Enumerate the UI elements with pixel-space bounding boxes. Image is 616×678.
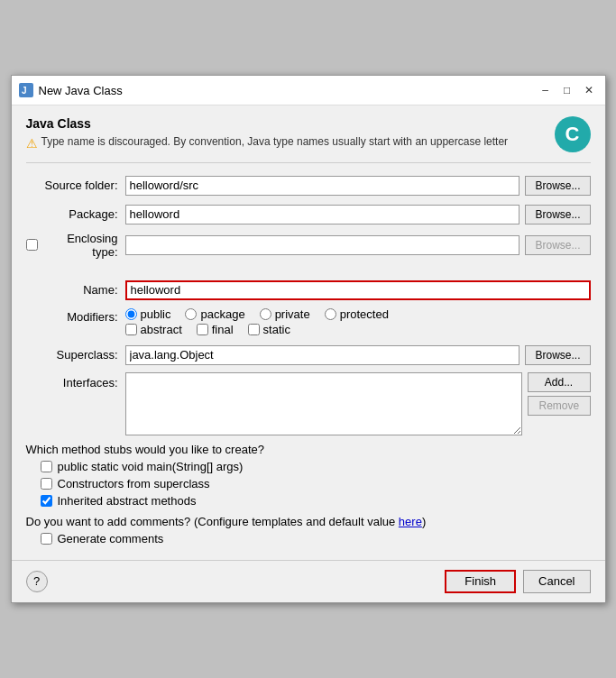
method-stub-constructors-checkbox[interactable]: [41, 478, 52, 490]
enclosing-type-label: Enclosing type:: [26, 232, 125, 259]
method-stub-constructors-label: Constructors from superclass: [58, 477, 210, 490]
modifiers-line-2: abstract final static: [125, 323, 591, 336]
modifier-static-checkbox[interactable]: [248, 324, 260, 335]
enclosing-type-text: Enclosing type:: [41, 232, 118, 259]
modifier-private-text: private: [275, 307, 310, 321]
superclass-row: Superclass: Browse...: [26, 344, 591, 367]
method-stub-main-label: public static void main(String[] args): [58, 460, 244, 473]
comments-section: Do you want to add comments? (Configure …: [26, 515, 591, 545]
generate-comments-item: Generate comments: [41, 532, 591, 545]
maximize-button[interactable]: □: [558, 81, 576, 99]
method-stub-constructors: Constructors from superclass: [41, 477, 591, 490]
package-row: Package: Browse...: [26, 203, 591, 226]
comments-question: Do you want to add comments? (Configure …: [26, 515, 591, 528]
close-button[interactable]: ✕: [580, 81, 598, 99]
modifier-public-text: public: [141, 307, 171, 321]
comments-question-end: ): [422, 515, 426, 528]
help-button[interactable]: ?: [26, 571, 48, 592]
method-stub-main: public static void main(String[] args): [41, 460, 591, 473]
comments-here-link[interactable]: here: [399, 515, 422, 528]
generate-comments-label: Generate comments: [58, 532, 164, 545]
superclass-browse-button[interactable]: Browse...: [525, 345, 590, 365]
dialog-title: New Java Class: [39, 84, 537, 97]
package-browse-button[interactable]: Browse...: [525, 205, 590, 224]
modifier-private-radio[interactable]: [260, 308, 271, 320]
modifier-protected-label[interactable]: protected: [325, 307, 389, 321]
package-input[interactable]: [125, 205, 520, 224]
superclass-label: Superclass:: [26, 348, 125, 362]
modifiers-content: public package private protected: [125, 307, 591, 338]
eclipse-logo: C: [555, 116, 591, 152]
modifier-protected-radio[interactable]: [325, 308, 336, 320]
comments-checkbox-section: Generate comments: [41, 532, 591, 545]
superclass-input[interactable]: [125, 345, 520, 365]
svg-text:J: J: [22, 86, 27, 96]
modifiers-line-1: public package private protected: [125, 307, 591, 321]
modifier-static-label[interactable]: static: [248, 323, 290, 336]
name-input[interactable]: [125, 280, 591, 300]
method-stubs-checkboxes: public static void main(String[] args) C…: [41, 460, 591, 508]
header-section: Java Class ⚠ Type name is discouraged. B…: [26, 116, 591, 163]
generate-comments-checkbox[interactable]: [41, 533, 52, 545]
modifier-package-label[interactable]: package: [185, 307, 244, 321]
dialog-icon: J: [19, 83, 33, 97]
interfaces-label: Interfaces:: [26, 372, 125, 389]
modifier-package-text: package: [200, 307, 244, 321]
modifier-abstract-label[interactable]: abstract: [125, 323, 182, 336]
interfaces-add-button[interactable]: Add...: [528, 372, 591, 392]
modifier-protected-text: protected: [340, 307, 389, 321]
modifier-final-label[interactable]: final: [197, 323, 234, 336]
action-buttons: Finish Cancel: [445, 570, 590, 593]
name-label: Name:: [26, 283, 125, 297]
modifier-abstract-checkbox[interactable]: [125, 324, 137, 335]
warning-icon: ⚠: [26, 135, 38, 153]
modifier-final-checkbox[interactable]: [197, 324, 208, 335]
header-title: Java Class: [26, 116, 546, 131]
interfaces-row: Interfaces: Add... Remove: [26, 372, 591, 435]
bottom-buttons-bar: ? Finish Cancel: [12, 560, 605, 602]
enclosing-type-checkbox[interactable]: [26, 239, 38, 251]
modifier-static-text: static: [263, 323, 290, 336]
header-text: Java Class ⚠ Type name is discouraged. B…: [26, 116, 546, 153]
source-folder-browse-button[interactable]: Browse...: [525, 176, 590, 196]
header-warning: ⚠ Type name is discouraged. By conventio…: [26, 134, 546, 153]
new-java-class-dialog: J New Java Class – □ ✕ Java Class ⚠ Type…: [11, 75, 606, 603]
name-row: Name:: [26, 279, 591, 302]
method-stub-inherited: Inherited abstract methods: [41, 494, 591, 508]
interfaces-remove-button[interactable]: Remove: [528, 396, 591, 416]
source-folder-input[interactable]: [125, 176, 520, 196]
interfaces-buttons: Add... Remove: [528, 372, 591, 416]
modifiers-row: Modifiers: public package pr: [26, 307, 591, 338]
window-controls: – □ ✕: [537, 81, 598, 99]
modifier-package-radio[interactable]: [185, 308, 197, 320]
comments-question-text: Do you want to add comments? (Configure …: [26, 515, 399, 528]
method-stub-inherited-checkbox[interactable]: [41, 495, 52, 507]
method-stubs-section: Which method stubs would you like to cre…: [26, 443, 591, 545]
cancel-button[interactable]: Cancel: [523, 570, 590, 593]
modifier-abstract-text: abstract: [141, 323, 182, 336]
interfaces-input[interactable]: [125, 372, 522, 435]
enclosing-browse-button[interactable]: Browse...: [525, 235, 590, 255]
modifier-public-label[interactable]: public: [125, 307, 171, 321]
finish-button[interactable]: Finish: [445, 570, 516, 593]
enclosing-checkbox-label[interactable]: Enclosing type:: [26, 232, 118, 259]
method-stubs-question: Which method stubs would you like to cre…: [26, 443, 591, 456]
modifiers-label: Modifiers:: [26, 310, 125, 324]
dialog-content: Java Class ⚠ Type name is discouraged. B…: [12, 105, 605, 560]
method-stub-main-checkbox[interactable]: [41, 461, 52, 472]
modifier-final-text: final: [212, 323, 234, 336]
titlebar: J New Java Class – □ ✕: [12, 76, 605, 105]
minimize-button[interactable]: –: [537, 81, 555, 99]
enclosing-type-row: Enclosing type: Browse...: [26, 232, 591, 259]
form-section: Source folder: Browse... Package: Browse…: [26, 174, 591, 435]
source-folder-label: Source folder:: [26, 179, 125, 192]
package-label: Package:: [26, 207, 125, 221]
modifier-public-radio[interactable]: [125, 308, 137, 320]
enclosing-type-input[interactable]: [125, 235, 520, 255]
source-folder-row: Source folder: Browse...: [26, 174, 591, 197]
method-stub-inherited-label: Inherited abstract methods: [58, 494, 197, 508]
warning-text: Type name is discouraged. By convention,…: [41, 134, 509, 150]
modifier-private-label[interactable]: private: [260, 307, 310, 321]
